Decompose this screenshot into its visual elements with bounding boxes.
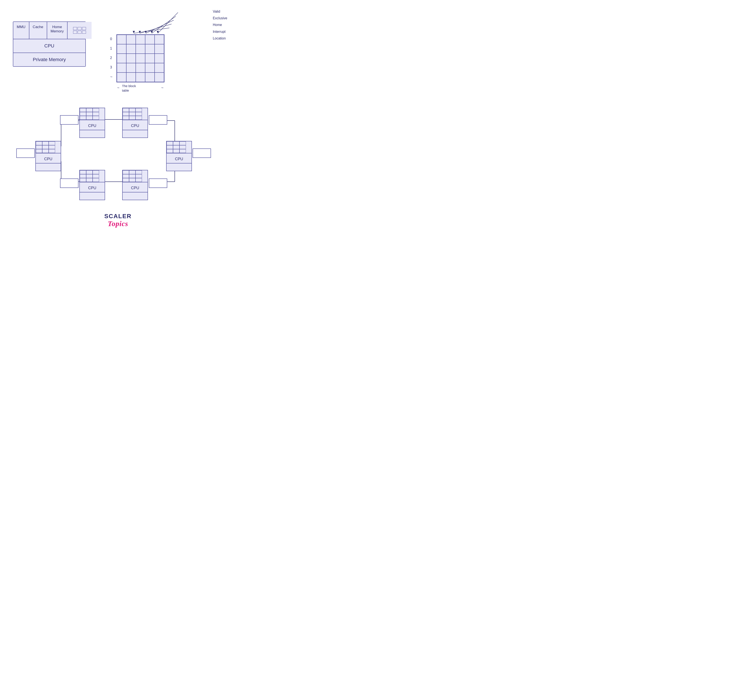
mem-rect-bot-right [149,179,167,188]
mini-cell [73,31,77,34]
cache-cell [49,149,55,153]
cache-cell [135,108,142,112]
grid-cell [145,35,155,44]
cache-cell [86,112,93,116]
mini-cell [82,27,86,30]
cache-cell [123,170,129,174]
cache-cell [80,174,86,178]
cpu-mem-mid-right [166,163,192,171]
bottom-tilde-left: ~ [116,86,121,90]
cache-cell [135,170,142,174]
cache-cell [129,112,135,116]
location-label: Location [213,35,227,41]
cache-cell [93,108,99,112]
svg-marker-1 [157,31,159,33]
cache-col [93,170,99,182]
cpu-label-mid-right: CPU [166,153,192,163]
cache-cell [42,149,49,153]
grid-cell [155,35,164,44]
mem-rect-mid-right [193,148,211,158]
cache-cell [36,145,42,149]
cache-cell [135,112,142,116]
block-table-column-labels: Valid Exclusive Home Interrupt Location [213,9,227,41]
cpu-node-bot-left: CPU [79,170,105,200]
cache-cell [93,178,99,182]
cache-col [86,108,93,120]
svg-marker-9 [133,31,135,33]
grid-cell [117,73,126,82]
grid-cell [145,44,155,54]
cache-cell [80,116,86,120]
cpu-row: CPU [13,39,85,53]
svg-marker-3 [151,31,153,33]
cache-cell [129,178,135,182]
cpu-node-mid-left: CPU [35,141,61,171]
cpu-mem-top-left [79,130,105,138]
grid-cell [155,73,164,82]
cache-label: Cache [29,22,47,39]
cache-cell [167,141,173,145]
row-label-3: 3 [109,63,113,72]
cpu-node-top-left: CPU [79,108,105,138]
grid-cell [136,44,145,54]
cpu-label-top-right: CPU [122,120,148,130]
cache-cell [42,145,49,149]
cpu-node-mid-right: CPU [166,141,192,171]
cache-col [167,141,173,153]
grid-cell [126,35,136,44]
mem-rect-mid-left [16,148,35,158]
exclusive-label: Exclusive [213,15,227,21]
grid-cell [155,44,164,54]
grid-cell [117,54,126,63]
grid-cell [126,73,136,82]
cache-cell [86,174,93,178]
grid-cell [126,44,136,54]
cache-cell [36,149,42,153]
network-diagram: CPU CPU [0,103,236,207]
grid-cell [126,54,136,63]
cpu-node-bot-right: CPU [122,170,148,200]
interrupt-label: Interrupt [213,29,227,35]
cpu-label-bot-left: CPU [79,182,105,192]
cache-cell [93,116,99,120]
cache-col [36,141,42,153]
cpu-label-bot-right: CPU [122,182,148,192]
cache-top [35,141,61,153]
cache-cell [93,174,99,178]
cache-top [122,170,148,182]
cpu-node-top-right: CPU [122,108,148,138]
cache-cell [123,174,129,178]
cache-cell [135,116,142,120]
cache-top [122,108,148,120]
bottom-tilde-right: ~ [160,86,164,90]
grid-cell [136,54,145,63]
cpu-node-top-row: MMU Cache Home Memory [13,22,85,39]
cache-cell [42,141,49,145]
cache-col [135,170,142,182]
cache-cell [123,112,129,116]
cache-col [129,170,135,182]
mini-cell [78,31,81,34]
top-section: MMU Cache Home Memory CPU Private Memory… [0,0,236,97]
cache-cell [86,178,93,182]
cache-top [166,141,192,153]
cache-cell [49,145,55,149]
cpu-label-mid-left: CPU [35,153,61,163]
grid-cell [145,54,155,63]
cache-col [80,170,86,182]
cache-cell [123,178,129,182]
cache-cell [135,174,142,178]
cache-cell [129,174,135,178]
svg-line-2 [152,16,176,33]
svg-marker-7 [139,31,141,33]
grid-cell [136,73,145,82]
mini-grid-cell [68,22,91,39]
cache-cell [80,108,86,112]
cache-cell [180,141,186,145]
mem-rect-bot-left [60,179,78,188]
cache-cell [180,149,186,153]
svg-line-8 [134,28,169,33]
grid-cell [155,54,164,63]
svg-line-4 [146,20,174,33]
cache-cell [173,145,180,149]
